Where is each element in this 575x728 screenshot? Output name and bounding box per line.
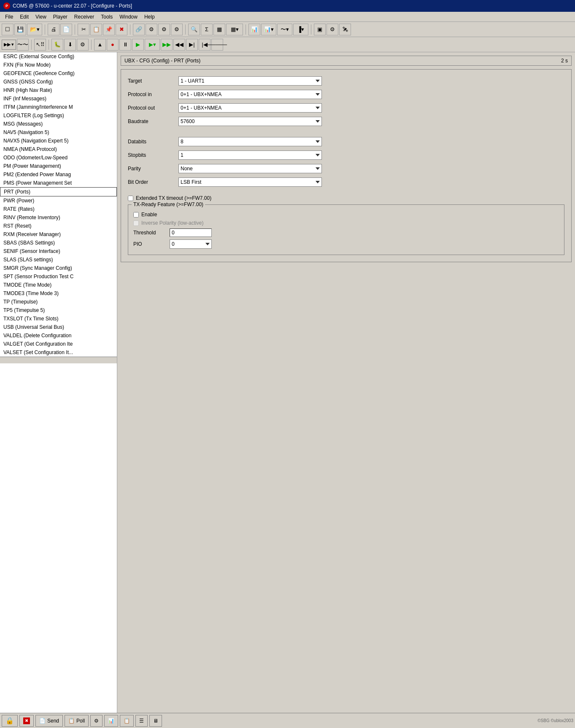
sidebar-item-15[interactable]: PMS (Power Management Set [0,179,117,187]
menu-edit[interactable]: Edit [16,13,32,21]
sidebar-item-1[interactable]: FXN (Fix Now Mode) [0,61,117,69]
menu-view[interactable]: View [32,13,50,21]
sidebar-item-10[interactable]: NAVX5 (Navigation Expert 5) [0,137,117,145]
print-button[interactable]: 🖨 [48,24,59,35]
extra-button-2[interactable]: 📊 [104,715,118,727]
record-button[interactable]: ● [107,39,119,51]
extra-button-3[interactable]: 📋 [120,715,134,727]
delete-button[interactable]: ✖ [116,24,127,35]
play-button[interactable]: ▶ [132,39,144,51]
inverse-polarity-checkbox[interactable] [133,220,139,226]
sidebar-item-11[interactable]: NMEA (NMEA Protocol) [0,145,117,153]
config2-button[interactable]: ⚙ [158,24,170,35]
sidebar-item-14[interactable]: PM2 (Extended Power Manag [0,170,117,179]
sidebar-item-13[interactable]: PM (Power Management) [0,162,117,170]
send-button[interactable]: 📄 Send [35,715,63,727]
bug-button[interactable]: 🐛 [51,39,63,51]
bar-dropdown[interactable]: ▐▾ [293,24,308,35]
parity-select[interactable]: NoneOddEven [178,164,322,173]
enable-checkbox[interactable] [133,212,139,218]
config3-button[interactable]: ⚙ [171,24,183,35]
connect-button[interactable]: 🔗 [133,24,145,35]
sidebar-item-28[interactable]: TMODE3 (Time Mode 3) [0,289,117,298]
cursor-button[interactable]: ↖⠿ [34,39,46,51]
up-button[interactable]: ▲ [94,39,106,51]
sidebar-item-25[interactable]: SMGR (Sync Manager Config) [0,264,117,272]
new-button[interactable]: ☐ [2,24,13,35]
sidebar-item-23[interactable]: SENIF (Sensor Interface) [0,247,117,255]
lock-button[interactable]: 🔒 [2,715,18,727]
sidebar-item-16[interactable]: PRT (Ports) [0,187,117,196]
open-dropdown[interactable]: 📂▾ [27,24,42,35]
sigma-button[interactable]: Σ [201,24,213,35]
rew-button[interactable]: ◀◀ [173,39,185,51]
sidebar-item-7[interactable]: LOGFILTER (Log Settings) [0,111,117,120]
extra-button-5[interactable]: 🖥 [149,715,162,727]
menu-help[interactable]: Help [141,13,158,21]
menu-tools[interactable]: Tools [97,13,116,21]
dropdown1[interactable]: ▦▾ [226,24,243,35]
ff-button[interactable]: ▶▶ [161,39,173,51]
sidebar-item-26[interactable]: SPT (Sensor Production Test C [0,272,117,281]
sidebar-item-6[interactable]: ITFM (Jamming/Interference M [0,103,117,111]
protocol-in-select[interactable]: 0 - UBX1 - NMEA0+1 - UBX+NMEA2 - RTCM25 … [178,90,322,99]
print2-button[interactable]: 📄 [60,24,72,35]
settings3-button[interactable]: ⚙ [77,39,89,51]
sidebar-item-24[interactable]: SLAS (SLAS settings) [0,255,117,264]
wave2-button[interactable]: 〜〜 [17,39,29,51]
sidebar-item-3[interactable]: GNSS (GNSS Config) [0,78,117,86]
sidebar-item-21[interactable]: RXM (Receiver Manager) [0,230,117,239]
sidebar-item-33[interactable]: VALDEL (Delete Configuration [0,331,117,340]
gear-button[interactable]: ⚙ [327,24,338,35]
sidebar-item-34[interactable]: VALGET (Get Configuration Ite [0,340,117,348]
threshold-input[interactable] [170,228,212,237]
disconnect-button[interactable]: ✖ [19,715,34,727]
sidebar-item-0[interactable]: ESRC (External Source Config) [0,52,117,61]
poll-button[interactable]: 📋 Poll [65,715,89,727]
sidebar-item-5[interactable]: INF (Inf Messages) [0,94,117,103]
menu-receiver[interactable]: Receiver [71,13,97,21]
pause-button[interactable]: ⏸ [119,39,131,51]
sidebar-item-17[interactable]: PWR (Power) [0,196,117,205]
download-button[interactable]: ⬇ [64,39,76,51]
sidebar-hscroll[interactable] [0,357,117,363]
chart-button[interactable]: 📊 [248,24,260,35]
menu-file[interactable]: File [2,13,16,21]
sidebar-item-18[interactable]: RATE (Rates) [0,205,117,213]
zoom-button[interactable]: 🔍 [188,24,200,35]
sidebar-item-9[interactable]: NAV5 (Navigation 5) [0,128,117,137]
sidebar-item-12[interactable]: ODO (Odometer/Low-Speed [0,153,117,162]
menu-player[interactable]: Player [50,13,71,21]
chart-dropdown[interactable]: 📊▾ [261,24,276,35]
extended-tx-checkbox[interactable] [128,196,133,201]
wave-dropdown[interactable]: 〜▾ [277,24,292,35]
cut-button[interactable]: ✂ [78,24,89,35]
sidebar-item-19[interactable]: RINV (Remote Inventory) [0,213,117,222]
sidebar-item-31[interactable]: TXSLOT (Tx Time Slots) [0,314,117,323]
paste-button[interactable]: 📌 [103,24,115,35]
sat-button[interactable]: 🛰 [339,24,351,35]
sidebar-item-8[interactable]: MSG (Messages) [0,120,117,128]
pio-select[interactable]: 0123 [170,239,212,249]
sidebar-item-29[interactable]: TP (Timepulse) [0,298,117,306]
sidebar-item-4[interactable]: HNR (High Nav Rate) [0,86,117,94]
target-select[interactable]: 0 - I2C1 - UART12 - UART23 - USB4 - SPI [178,76,322,86]
stopbits-select[interactable]: 0.511.52 [178,150,322,160]
step-button[interactable]: ▶| [186,39,198,51]
extra-button-4[interactable]: ☰ [135,715,148,727]
sidebar-item-22[interactable]: SBAS (SBAS Settings) [0,239,117,247]
timeline-button[interactable]: ───── [211,39,223,51]
bit-order-select[interactable]: LSB FirstMSB First [178,177,322,187]
table-button[interactable]: ▦ [213,24,225,35]
baudrate-select[interactable]: 4800960019200384005760011520023040046080… [178,117,322,126]
menu-window[interactable]: Window [116,13,141,21]
sidebar-item-35[interactable]: VALSET (Set Configuration It... [0,348,117,357]
sidebar-item-27[interactable]: TMODE (Time Mode) [0,281,117,289]
protocol-out-select[interactable]: 0 - UBX1 - NMEA0+1 - UBX+NMEA2 - RTCM25 … [178,103,322,113]
copy-button[interactable]: 📋 [90,24,102,35]
databits-select[interactable]: 78 [178,137,322,146]
extra-button-1[interactable]: ⚙ [90,715,103,727]
sidebar-item-20[interactable]: RST (Reset) [0,222,117,230]
config1-button[interactable]: ⚙ [146,24,157,35]
sidebar-item-32[interactable]: USB (Universal Serial Bus) [0,323,117,331]
